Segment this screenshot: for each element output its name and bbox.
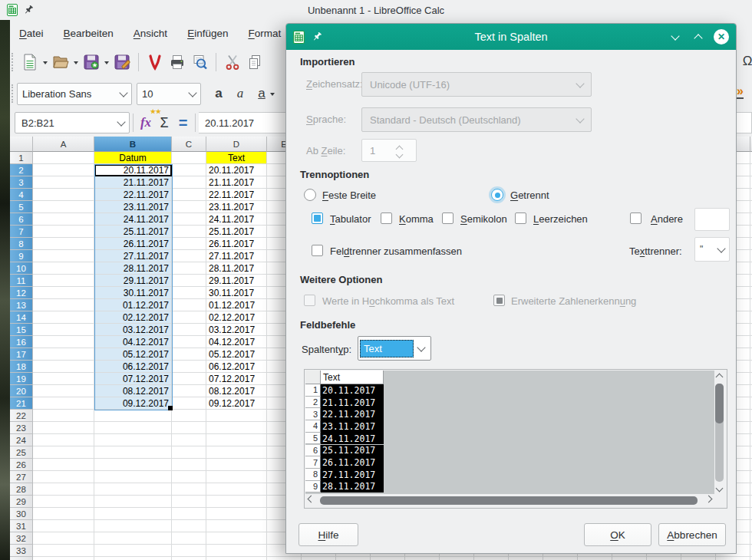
cell-D19[interactable]: 07.12.2017 xyxy=(206,373,267,385)
cell-A34[interactable] xyxy=(33,557,94,560)
cell-D34[interactable] xyxy=(206,557,267,560)
row-header-30[interactable]: 30 xyxy=(10,508,33,520)
horizontal-scroll-thumb[interactable] xyxy=(320,496,698,505)
cell-C6[interactable] xyxy=(172,213,206,226)
cell-A26[interactable] xyxy=(33,459,94,471)
cell-B9[interactable]: 27.11.2017 xyxy=(94,250,172,262)
cell-B17[interactable]: 05.12.2017 xyxy=(94,348,172,361)
cell-D15[interactable]: 03.12.2017 xyxy=(206,324,267,336)
fixed-width-radio[interactable] xyxy=(304,189,316,201)
underline-dropdown-icon[interactable] xyxy=(270,93,275,98)
cell[interactable] xyxy=(716,557,750,560)
vertical-scroll-thumb[interactable] xyxy=(715,384,724,423)
special-character-icon[interactable]: Ω xyxy=(738,52,752,71)
fixed-width-label[interactable]: Feste Breite xyxy=(322,189,376,201)
cell-B32[interactable] xyxy=(94,532,172,545)
cell-C3[interactable] xyxy=(172,176,206,189)
cell-C33[interactable] xyxy=(172,545,206,557)
cell-B7[interactable]: 25.11.2017 xyxy=(94,226,172,238)
cell-B3[interactable]: 21.11.2017 xyxy=(94,176,172,189)
cell-C23[interactable] xyxy=(172,422,206,434)
cell-A30[interactable] xyxy=(33,508,94,520)
print-icon[interactable] xyxy=(168,53,186,71)
row-header-1[interactable]: 1 xyxy=(10,152,33,164)
cell-D20[interactable]: 08.12.2017 xyxy=(206,385,267,397)
cell-A6[interactable] xyxy=(33,213,94,226)
cell-A27[interactable] xyxy=(33,471,94,483)
cell-B30[interactable] xyxy=(94,508,172,520)
cell-C14[interactable] xyxy=(172,311,206,324)
cell-B10[interactable]: 28.11.2017 xyxy=(94,262,172,275)
row-header-9[interactable]: 9 xyxy=(10,250,33,262)
cell-C29[interactable] xyxy=(172,496,206,508)
cell-B29[interactable] xyxy=(94,496,172,508)
semicolon-label[interactable]: Semikolon xyxy=(460,213,507,225)
preview-cell[interactable]: 22.11.2017 xyxy=(321,408,384,420)
cell-B5[interactable]: 23.11.2017 xyxy=(94,201,172,213)
cell-C11[interactable] xyxy=(172,275,206,287)
menu-item-einfügen[interactable]: Einfügen xyxy=(183,26,233,41)
cell[interactable] xyxy=(509,557,543,560)
cell-B12[interactable]: 30.11.2017 xyxy=(94,287,172,299)
cell-D24[interactable] xyxy=(206,434,267,446)
cell-A33[interactable] xyxy=(33,545,94,557)
cell-B19[interactable]: 07.12.2017 xyxy=(94,373,172,385)
cell-D7[interactable]: 25.11.2017 xyxy=(206,226,267,238)
cell[interactable] xyxy=(474,557,509,560)
preview-cell[interactable]: 26.11.2017 xyxy=(321,456,384,469)
cell-B23[interactable] xyxy=(94,422,172,434)
equals-icon[interactable]: = xyxy=(173,114,192,132)
cell-A23[interactable] xyxy=(33,422,94,434)
scroll-down-icon[interactable] xyxy=(714,485,724,494)
cell-B4[interactable]: 22.11.2017 xyxy=(94,189,172,201)
cancel-button[interactable]: Abbrechen xyxy=(658,523,726,546)
cell-B33[interactable] xyxy=(94,545,172,557)
toolbar-drag-handle[interactable] xyxy=(12,84,13,103)
cell-A21[interactable] xyxy=(33,397,94,410)
other-label[interactable]: Andere xyxy=(651,213,683,225)
row-header-14[interactable]: 14 xyxy=(10,311,33,324)
row-header-3[interactable]: 3 xyxy=(10,176,33,189)
cell-D8[interactable]: 26.11.2017 xyxy=(206,238,267,250)
ok-button[interactable]: OK xyxy=(584,523,651,546)
cell-A18[interactable] xyxy=(33,361,94,373)
merge-delimiters-label[interactable]: Feldtrenner zusammenfassen xyxy=(330,245,462,257)
preview-cell[interactable]: 27.11.2017 xyxy=(321,469,384,481)
row-header-32[interactable]: 32 xyxy=(10,532,33,545)
indent-icon[interactable]: » xyxy=(737,84,744,98)
roll-down-icon[interactable] xyxy=(667,28,684,45)
cell-B14[interactable]: 02.12.2017 xyxy=(94,311,172,324)
tab-label[interactable]: Tabulator xyxy=(330,213,371,225)
row-header-25[interactable]: 25 xyxy=(10,446,33,459)
space-checkbox[interactable] xyxy=(515,212,526,224)
cell-B20[interactable]: 08.12.2017 xyxy=(94,385,172,397)
cell[interactable] xyxy=(543,557,578,560)
cell-A1[interactable] xyxy=(33,152,94,164)
roll-up-icon[interactable] xyxy=(690,28,707,45)
cell-A3[interactable] xyxy=(33,176,94,189)
close-icon[interactable]: ✕ xyxy=(713,28,730,45)
cell-D25[interactable] xyxy=(206,446,267,459)
row-header-10[interactable]: 10 xyxy=(10,262,33,275)
cell-D13[interactable]: 01.12.2017 xyxy=(206,299,267,311)
function-wizard-icon[interactable]: fx★★ xyxy=(137,114,155,132)
semicolon-checkbox[interactable] xyxy=(442,212,454,224)
cut-icon[interactable] xyxy=(223,53,242,71)
cell-B34[interactable] xyxy=(94,557,172,560)
cell-A9[interactable] xyxy=(33,250,94,262)
scroll-right-icon[interactable] xyxy=(704,496,713,505)
row-header-2[interactable]: 2 xyxy=(10,164,33,176)
cell-B24[interactable] xyxy=(94,434,172,446)
toolbar-drag-handle[interactable] xyxy=(12,53,13,71)
cell-D12[interactable]: 30.11.2017 xyxy=(206,287,267,299)
cell-D14[interactable]: 02.12.2017 xyxy=(206,311,267,324)
cell-A13[interactable] xyxy=(33,299,94,311)
merge-delimiters-checkbox[interactable] xyxy=(312,245,323,256)
save-as-icon[interactable] xyxy=(113,53,131,71)
cell-A19[interactable] xyxy=(33,373,94,385)
cell-A10[interactable] xyxy=(33,262,94,275)
cell-C1[interactable] xyxy=(172,152,206,164)
row-header-22[interactable]: 22 xyxy=(10,410,33,422)
cell-A12[interactable] xyxy=(33,287,94,299)
row-header-31[interactable]: 31 xyxy=(10,520,33,532)
